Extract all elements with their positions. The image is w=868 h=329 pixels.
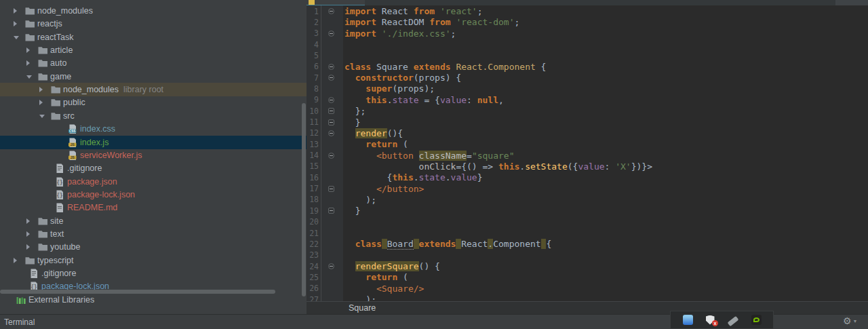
settings-gear-icon[interactable]: ⚙▼: [843, 315, 858, 326]
code-line-27[interactable]: 27 );: [307, 294, 868, 301]
tree-item--gitignore[interactable]: .gitignore: [0, 267, 307, 280]
code-line-19[interactable]: 19 }: [307, 205, 868, 216]
chevron-expanded-icon[interactable]: [26, 75, 32, 79]
code-text: render(){: [343, 128, 868, 139]
code-line-25[interactable]: 25 return (: [307, 271, 868, 283]
code-line-11[interactable]: 11 }: [307, 117, 868, 128]
fold-collapse-icon[interactable]: [328, 75, 334, 81]
fold-collapse-icon[interactable]: [328, 130, 334, 136]
tree-item-article[interactable]: article: [0, 43, 307, 57]
system-tray-panel: [670, 311, 774, 329]
folder-icon: [37, 45, 48, 56]
fold-end-icon[interactable]: [328, 186, 334, 192]
completion-item[interactable]: Square: [349, 303, 376, 313]
code-line-4[interactable]: 4: [307, 39, 868, 50]
code-line-7[interactable]: 7 constructor(props) {: [307, 72, 868, 83]
tree-item-reacttask[interactable]: reactTask: [0, 31, 307, 44]
svg-text:JS: JS: [71, 142, 75, 147]
fold-end-icon[interactable]: [328, 208, 334, 214]
code-line-9[interactable]: 9 this.state = {value: null,: [307, 94, 868, 106]
code-line-21[interactable]: 21: [307, 227, 868, 239]
code-line-6[interactable]: 6class Square extends React.Component {: [307, 61, 868, 73]
tree-item-game[interactable]: game: [0, 70, 307, 83]
code-line-16[interactable]: 16 {this.state.value}: [307, 172, 868, 183]
tree-item-auto[interactable]: auto: [0, 56, 307, 70]
chevron-collapsed-icon[interactable]: [39, 87, 43, 92]
chevron-collapsed-icon[interactable]: [14, 8, 17, 14]
tree-item-label: reactTask: [37, 32, 74, 43]
code-line-13[interactable]: 13 return (: [307, 138, 868, 150]
chevron-collapsed-icon[interactable]: [26, 244, 30, 250]
project-vertical-scrollbar[interactable]: [302, 103, 306, 296]
tree-item-external-libraries[interactable]: External Libraries: [0, 293, 307, 307]
code-line-5[interactable]: 5: [307, 50, 868, 61]
code-line-22[interactable]: 22 class Board extends React.Component {: [307, 238, 868, 250]
tree-item--gitignore[interactable]: .gitignore: [0, 161, 307, 175]
code-line-10[interactable]: 10 };: [307, 105, 868, 117]
line-number: 27: [307, 295, 319, 301]
fold-column: [319, 8, 343, 14]
chevron-collapsed-icon[interactable]: [14, 21, 17, 26]
code-editor[interactable]: 1import React from 'react';2import React…: [307, 5, 868, 301]
code-line-3[interactable]: 3import './index.css';: [307, 28, 868, 39]
code-line-12[interactable]: 12 render(){: [307, 128, 868, 139]
chevron-expanded-icon[interactable]: [14, 36, 19, 39]
tree-item-src[interactable]: src: [0, 109, 307, 123]
fold-collapse-icon[interactable]: [328, 263, 334, 269]
tree-item-index-css[interactable]: CSSindex.css: [0, 122, 307, 136]
line-number: 20: [307, 217, 319, 227]
fold-end-icon[interactable]: [328, 108, 334, 114]
chevron-expanded-icon[interactable]: [39, 115, 45, 118]
code-line-14[interactable]: 14 <button className="square": [307, 150, 868, 161]
tree-item-package-json[interactable]: {}package.json: [0, 175, 307, 189]
project-horizontal-scrollbar[interactable]: [0, 290, 275, 294]
fold-column: [319, 263, 343, 269]
code-line-17[interactable]: 17 </button>: [307, 183, 868, 195]
code-text: <Square/>: [343, 283, 868, 294]
chevron-collapsed-icon[interactable]: [14, 258, 17, 263]
fold-collapse-icon[interactable]: [328, 64, 334, 70]
fold-end-icon[interactable]: [328, 119, 334, 125]
ide-window: node_modulesreactjsreactTaskarticleautog…: [0, 0, 868, 329]
tree-item-package-lock-json[interactable]: {}package-lock.json: [0, 188, 307, 201]
fold-collapse-icon[interactable]: [328, 8, 334, 14]
fold-collapse-icon[interactable]: [328, 153, 334, 159]
chevron-collapsed-icon[interactable]: [26, 218, 30, 224]
tree-item-readme-md[interactable]: README.md: [0, 201, 307, 214]
code-line-1[interactable]: 1import React from 'react';: [307, 5, 868, 17]
tree-item-node-modules[interactable]: node_moduleslibrary root: [0, 83, 307, 96]
tree-item-site[interactable]: site: [0, 214, 307, 228]
fold-collapse-icon[interactable]: [328, 97, 334, 103]
code-line-18[interactable]: 18 );: [307, 194, 868, 206]
intel-graphics-tray-icon[interactable]: [683, 315, 693, 325]
tree-item-text[interactable]: text: [0, 227, 307, 241]
terminal-toolwindow-button[interactable]: Terminal: [4, 317, 35, 327]
project-panel: node_modulesreactjsreactTaskarticleautog…: [0, 0, 307, 314]
fold-column: [319, 75, 343, 81]
nvidia-tray-icon[interactable]: [751, 315, 762, 325]
fold-collapse-icon[interactable]: [328, 31, 334, 37]
chevron-collapsed-icon[interactable]: [26, 60, 30, 66]
chevron-collapsed-icon[interactable]: [26, 231, 30, 237]
code-line-15[interactable]: 15 onClick={() => this.setState({value: …: [307, 161, 868, 172]
tree-item-index-js[interactable]: JSindex.js: [0, 136, 307, 149]
code-line-8[interactable]: 8 super(props);: [307, 83, 868, 94]
tree-item-node-modules[interactable]: node_modules: [0, 4, 307, 18]
muted-volume-tray-icon[interactable]: [727, 316, 738, 326]
tree-item-typescript[interactable]: typescript: [0, 254, 307, 267]
tree-item-label: index.js: [80, 137, 108, 148]
code-text: <button className="square": [343, 150, 868, 161]
code-line-24[interactable]: 24 renderSquare() {: [307, 260, 868, 272]
chevron-collapsed-icon[interactable]: [39, 100, 43, 105]
code-line-2[interactable]: 2import ReactDOM from 'react-dom';: [307, 16, 868, 28]
tree-item-reactjs[interactable]: reactjs: [0, 17, 307, 31]
tree-item-serviceworker-js[interactable]: JSserviceWorker.js: [0, 149, 307, 162]
code-line-23[interactable]: 23: [307, 250, 868, 261]
tree-item-label: package.json: [67, 176, 117, 187]
tree-item-youtube[interactable]: youtube: [0, 240, 307, 254]
code-text: import React from 'react';: [343, 5, 868, 17]
code-line-26[interactable]: 26 <Square/>: [307, 283, 868, 294]
tree-item-public[interactable]: public: [0, 96, 307, 109]
code-line-20[interactable]: 20: [307, 216, 868, 228]
chevron-collapsed-icon[interactable]: [26, 47, 30, 53]
